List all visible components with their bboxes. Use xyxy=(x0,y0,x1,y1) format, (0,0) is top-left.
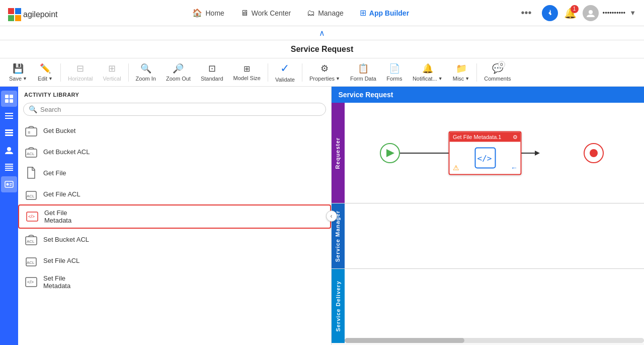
scrollbar-thumb[interactable] xyxy=(345,338,464,343)
task-node-title: Get File Metadata.1 xyxy=(453,134,502,140)
left-icon-list3[interactable] xyxy=(1,159,17,175)
user-menu[interactable]: •••••••••• ▼ xyxy=(583,5,636,21)
svg-text:ACL: ACL xyxy=(27,260,35,265)
panel-collapse-button[interactable]: ‹ xyxy=(326,211,337,222)
list-item[interactable]: </> Set FileMetadata xyxy=(18,271,331,293)
save-button[interactable]: 💾 Save ▼ xyxy=(4,61,32,84)
edit-button[interactable]: ✏️ Edit ▼ xyxy=(32,61,58,84)
lane-label-service-delivery: Service Delivery xyxy=(332,269,345,343)
more-options-button[interactable]: ••• xyxy=(517,5,536,21)
list-item[interactable]: ACL Set Bucket ACL xyxy=(18,229,331,250)
left-icon-id[interactable] xyxy=(1,176,17,192)
list-item[interactable]: ACL Get File ACL xyxy=(18,183,331,204)
edit-label: Edit ▼ xyxy=(38,76,53,82)
form-data-button[interactable]: 📋 Form Data xyxy=(345,61,381,84)
svg-text:ACL: ACL xyxy=(27,152,35,156)
manage-icon: 🗂 xyxy=(307,9,315,18)
zoom-in-icon: 🔍 xyxy=(140,63,151,74)
misc-button[interactable]: 📁 Misc ▼ xyxy=(448,61,475,84)
toolbar: 💾 Save ▼ ✏️ Edit ▼ ⊟ Horizontal ⊞ Vertic… xyxy=(0,58,644,87)
task-node-settings-icon[interactable]: ⚙ xyxy=(513,133,518,140)
nav-manage[interactable]: 🗂 Manage xyxy=(300,5,351,22)
svg-rect-15 xyxy=(5,132,13,133)
lane-row-requester: Get File Metadata.1 ⚙ </> ⚠ ← xyxy=(345,103,645,203)
nav-manage-label: Manage xyxy=(318,9,344,17)
activity-item-icon-selected: </> xyxy=(25,210,39,224)
left-icon-user[interactable] xyxy=(1,142,17,158)
forms-icon: 📄 xyxy=(389,63,400,74)
canvas-area: Service Request Requester Service Manage… xyxy=(332,87,645,345)
activity-item-label: Get File xyxy=(43,169,66,177)
properties-button[interactable]: ⚙ Properties ▼ xyxy=(304,61,345,84)
model-size-label: Model Size xyxy=(233,75,261,81)
comments-button[interactable]: 💬 0 Comments xyxy=(479,61,516,84)
task-node-body: </> ⚠ ← xyxy=(450,142,521,174)
horizontal-button[interactable]: ⊟ Horizontal xyxy=(63,61,98,84)
misc-label: Misc ▼ xyxy=(453,76,470,82)
left-icon-grid[interactable] xyxy=(1,91,17,107)
comments-icon: 💬 0 xyxy=(492,63,503,74)
activity-item-label: Set FileMetadata xyxy=(43,274,70,290)
collapse-bar[interactable]: ∧ xyxy=(0,26,644,40)
user-avatar xyxy=(583,5,599,21)
nav-app-builder[interactable]: ⊞ App Builder xyxy=(353,4,416,22)
task-node-get-file-metadata[interactable]: Get File Metadata.1 ⚙ </> ⚠ ← xyxy=(449,131,522,175)
page-title: Service Request xyxy=(291,45,354,54)
notifications-bell[interactable]: 🔔 1 xyxy=(564,7,577,19)
list-item[interactable]: ACL Get Bucket ACL xyxy=(18,141,331,162)
vertical-label: Vertical xyxy=(103,76,121,82)
svg-point-17 xyxy=(7,147,11,151)
canvas-header: Service Request xyxy=(332,87,645,103)
activity-item-label: Get Bucket ACL xyxy=(43,148,90,156)
search-box[interactable]: 🔍 xyxy=(23,103,326,116)
lane-labels-column: Requester Service Manager Service Delive… xyxy=(332,103,345,343)
standard-button[interactable]: ⊡ Standard xyxy=(196,61,228,84)
pinwheel-button[interactable] xyxy=(542,5,558,21)
nav-work-center[interactable]: 🖥 Work Center xyxy=(233,5,298,22)
nav-right: ••• 🔔 1 •••••••••• ▼ xyxy=(517,5,636,21)
activity-item-icon xyxy=(24,166,38,180)
activity-item-icon: ACL xyxy=(24,145,38,159)
app-logo[interactable]: agilepoint xyxy=(8,5,68,21)
edit-icon: ✏️ xyxy=(40,63,51,74)
start-node[interactable] xyxy=(380,143,400,163)
search-input[interactable] xyxy=(40,106,320,113)
end-node-stop-icon xyxy=(590,149,598,157)
vertical-button[interactable]: ⊞ Vertical xyxy=(98,61,126,84)
list-item-get-file-metadata[interactable]: </> Get FileMetadata xyxy=(18,204,331,229)
notifications-button[interactable]: 🔔 Notificat... ▼ xyxy=(408,61,448,84)
properties-label: Properties ▼ xyxy=(309,76,340,82)
list-item[interactable]: ACL Set File ACL xyxy=(18,250,331,271)
comments-badge: 0 xyxy=(498,61,505,68)
canvas-content[interactable]: Requester Service Manager Service Delive… xyxy=(332,103,645,343)
svg-rect-20 xyxy=(5,168,13,169)
list-item[interactable]: ≡ Get Bucket xyxy=(18,120,331,141)
lane-row-service-manager xyxy=(345,203,645,269)
left-icon-list2[interactable] xyxy=(1,125,17,141)
validate-button[interactable]: ✓ Validate xyxy=(270,60,300,85)
activity-item-label: Get Bucket xyxy=(43,127,75,134)
forms-button[interactable]: 📄 Forms xyxy=(381,61,408,84)
toolbar-divider-2 xyxy=(128,63,129,82)
monitor-icon: 🖥 xyxy=(240,9,249,18)
toolbar-divider-5 xyxy=(476,63,477,82)
left-icon-list[interactable] xyxy=(1,108,17,124)
nav-home-label: Home xyxy=(205,9,224,17)
zoom-in-button[interactable]: 🔍 Zoom In xyxy=(131,61,161,84)
activity-library-title: ACTIVITY LIBRARY xyxy=(18,87,331,101)
canvas-work-area[interactable]: Get File Metadata.1 ⚙ </> ⚠ ← xyxy=(345,103,645,343)
nav-home[interactable]: 🏠 Home xyxy=(185,4,231,22)
svg-point-5 xyxy=(549,12,551,14)
horizontal-scrollbar[interactable] xyxy=(345,338,645,343)
activity-item-icon: </> xyxy=(24,275,38,289)
model-size-button[interactable]: ⊞ Model Size xyxy=(228,62,266,83)
list-item[interactable]: Get File xyxy=(18,162,331,183)
zoom-out-button[interactable]: 🔎 Zoom Out xyxy=(161,61,196,84)
activity-item-icon: ACL xyxy=(24,232,38,246)
activity-item-icon: ACL xyxy=(24,253,38,267)
svg-marker-41 xyxy=(535,151,540,156)
svg-text:</>: </> xyxy=(477,153,492,163)
lane-label-requester-text: Requester xyxy=(335,137,341,169)
svg-rect-16 xyxy=(5,134,13,136)
end-node[interactable] xyxy=(584,143,604,163)
